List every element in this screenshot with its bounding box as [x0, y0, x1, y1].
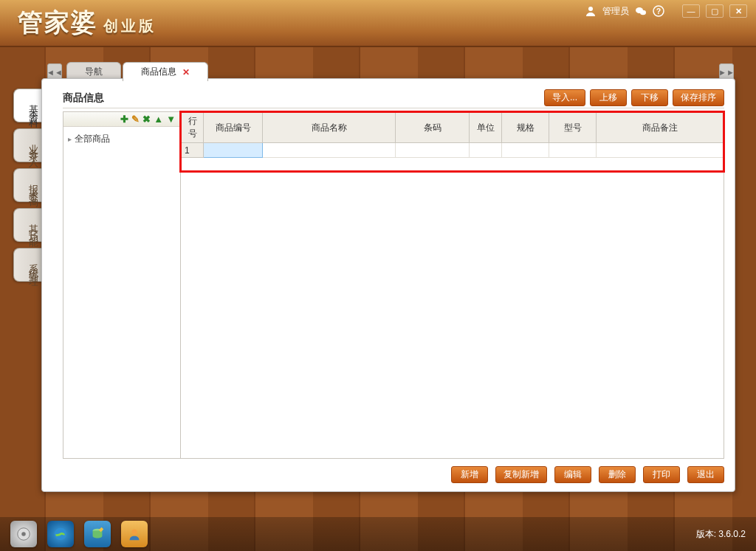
user-label[interactable]: 管理员	[602, 5, 629, 18]
side-tabs: 基本资料 业务录入 报表查询 其它功能 系统管理	[13, 89, 43, 282]
add-button[interactable]: 新增	[451, 466, 488, 483]
tree-delete-icon[interactable]: ✖	[142, 114, 151, 125]
cell-barcode[interactable]	[396, 143, 470, 158]
taskicon-settings[interactable]	[10, 521, 37, 547]
tree-down-icon[interactable]: ▼	[166, 114, 176, 125]
tree-up-icon[interactable]: ▲	[154, 114, 163, 125]
tree-root-label: 全部商品	[75, 133, 110, 145]
taskicon-globe[interactable]	[47, 521, 74, 547]
copy-add-button[interactable]: 复制新增	[495, 466, 547, 483]
svg-point-6	[21, 532, 26, 536]
minimize-button[interactable]: —	[682, 4, 700, 18]
svg-point-0	[588, 7, 593, 11]
tab-product-info-label: 商品信息	[141, 66, 176, 78]
cell-spec[interactable]	[502, 143, 549, 158]
col-model[interactable]: 型号	[549, 113, 597, 143]
tree-pane: ✚ ✎ ✖ ▲ ▼ ▸ 全部商品	[63, 111, 181, 459]
title-bar: 管家婆 创业版 管理员 ? — ▢ ✕	[0, 0, 756, 47]
sidetab-other[interactable]: 其它功能	[13, 208, 43, 242]
app-name: 管家婆	[18, 6, 97, 40]
sidetab-basic-data[interactable]: 基本资料	[13, 89, 43, 122]
sidetab-system[interactable]: 系统管理	[13, 248, 43, 282]
cell-name[interactable]	[263, 143, 396, 158]
exit-button[interactable]: 退出	[687, 466, 724, 483]
grid-pane: 行号 商品编号 商品名称 条码 单位 规格 型号 商品备注 1	[181, 111, 724, 459]
maximize-button[interactable]: ▢	[706, 4, 724, 18]
svg-text:?: ?	[656, 7, 661, 15]
move-down-button[interactable]: 下移	[631, 89, 668, 106]
print-button[interactable]: 打印	[643, 466, 680, 483]
help-icon[interactable]: ?	[653, 5, 664, 17]
app-logo: 管家婆 创业版	[18, 6, 157, 40]
expand-icon[interactable]: ▸	[68, 135, 72, 143]
col-barcode[interactable]: 条码	[396, 113, 470, 143]
header-buttons: 导入... 上移 下移 保存排序	[544, 89, 724, 106]
sidetab-reports[interactable]: 报表查询	[13, 168, 43, 202]
svg-point-2	[640, 10, 646, 15]
import-button[interactable]: 导入...	[544, 89, 585, 106]
app-edition: 创业版	[103, 16, 157, 36]
version-label: 版本: 3.6.0.2	[696, 528, 746, 541]
col-code[interactable]: 商品编号	[204, 113, 263, 143]
sidetab-business-entry[interactable]: 业务录入	[13, 128, 43, 162]
delete-button[interactable]: 删除	[599, 466, 636, 483]
tree-toolbar: ✚ ✎ ✖ ▲ ▼	[63, 112, 180, 127]
user-icon[interactable]	[585, 5, 597, 17]
taskbar: 版本: 3.6.0.2	[0, 517, 756, 551]
main-panel: 商品信息 导入... 上移 下移 保存排序 ✚ ✎ ✖ ▲ ▼ ▸ 全部商品	[41, 78, 735, 492]
tree-add-icon[interactable]: ✚	[120, 114, 128, 125]
cell-remark[interactable]	[597, 143, 724, 158]
cell-unit[interactable]	[470, 143, 502, 158]
panel-body: ✚ ✎ ✖ ▲ ▼ ▸ 全部商品 行号 商品编号 商品名	[63, 111, 724, 459]
move-up-button[interactable]: 上移	[590, 89, 627, 106]
category-tree[interactable]: ▸ 全部商品	[63, 127, 180, 458]
wechat-icon[interactable]	[635, 5, 647, 17]
tab-nav-label: 导航	[85, 66, 103, 78]
col-spec[interactable]: 规格	[502, 113, 549, 143]
col-remark[interactable]: 商品备注	[597, 113, 724, 143]
taskicon-user[interactable]	[121, 521, 148, 547]
titlebar-controls: 管理员 ? — ▢ ✕	[585, 4, 747, 18]
cell-code[interactable]	[204, 143, 263, 158]
save-sort-button[interactable]: 保存排序	[673, 89, 724, 106]
taskicon-database[interactable]	[84, 521, 111, 547]
panel-footer: 新增 复制新增 编辑 删除 打印 退出	[63, 459, 724, 484]
col-name[interactable]: 商品名称	[263, 113, 396, 143]
close-button[interactable]: ✕	[729, 4, 747, 18]
svg-point-9	[131, 530, 137, 535]
tree-edit-icon[interactable]: ✎	[131, 114, 140, 125]
col-rownum[interactable]: 行号	[182, 113, 204, 143]
edit-button[interactable]: 编辑	[554, 466, 591, 483]
tree-root-node[interactable]: ▸ 全部商品	[66, 131, 177, 147]
col-unit[interactable]: 单位	[470, 113, 502, 143]
grid-header-row: 行号 商品编号 商品名称 条码 单位 规格 型号 商品备注	[182, 113, 724, 143]
cell-model[interactable]	[549, 143, 597, 158]
grid-row[interactable]: 1	[182, 143, 724, 158]
product-grid[interactable]: 行号 商品编号 商品名称 条码 单位 规格 型号 商品备注 1	[181, 112, 724, 158]
panel-title: 商品信息	[63, 91, 104, 105]
cell-rownum[interactable]: 1	[182, 143, 204, 158]
tab-close-icon[interactable]: ✕	[182, 67, 190, 77]
tab-product-info[interactable]: 商品信息 ✕	[123, 62, 208, 81]
panel-header: 商品信息 导入... 上移 下移 保存排序	[63, 88, 724, 108]
